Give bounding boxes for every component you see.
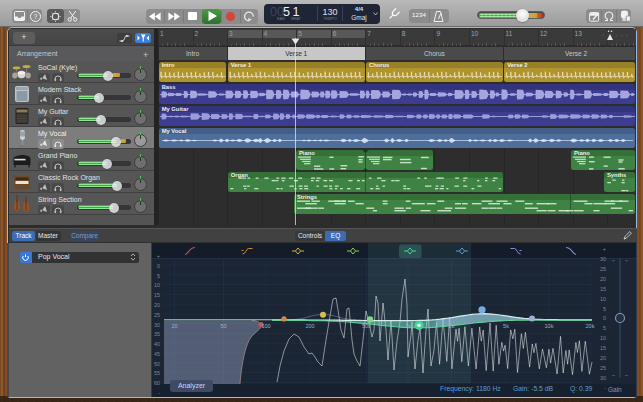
- svg-text:-: -: [158, 390, 160, 396]
- svg-text:35: 35: [154, 331, 160, 337]
- svg-text:60: 60: [154, 380, 160, 386]
- svg-text:+: +: [157, 253, 160, 259]
- svg-text:0: 0: [157, 263, 160, 269]
- svg-text:25: 25: [154, 312, 160, 318]
- svg-text:5k: 5k: [503, 323, 509, 329]
- svg-text:40: 40: [154, 341, 160, 347]
- svg-text:55: 55: [154, 370, 160, 376]
- svg-text:45: 45: [154, 351, 160, 357]
- svg-text:15: 15: [154, 292, 160, 298]
- svg-text:30: 30: [600, 256, 606, 262]
- svg-text:20k: 20k: [586, 323, 595, 329]
- svg-text:30: 30: [600, 375, 606, 381]
- svg-text:50: 50: [220, 323, 226, 329]
- svg-text:+: +: [603, 246, 606, 252]
- svg-text:500: 500: [362, 323, 371, 329]
- svg-text:0: 0: [603, 315, 606, 321]
- svg-text:1k: 1k: [405, 323, 411, 329]
- svg-text:10: 10: [600, 296, 606, 302]
- svg-text:5: 5: [603, 325, 606, 331]
- svg-text:15: 15: [600, 345, 606, 351]
- svg-text:10: 10: [600, 335, 606, 341]
- svg-text:5: 5: [603, 306, 606, 312]
- svg-text:25: 25: [600, 266, 606, 272]
- svg-text:10: 10: [154, 282, 160, 288]
- svg-text:20: 20: [600, 276, 606, 282]
- svg-text:30: 30: [154, 322, 160, 328]
- svg-text:100: 100: [261, 323, 270, 329]
- svg-text:15: 15: [600, 286, 606, 292]
- svg-text:200: 200: [305, 323, 314, 329]
- svg-text:20: 20: [154, 302, 160, 308]
- svg-text:20: 20: [171, 323, 177, 329]
- svg-text:10k: 10k: [545, 323, 554, 329]
- svg-text:50: 50: [154, 361, 160, 367]
- svg-text:5: 5: [157, 273, 160, 279]
- svg-text:25: 25: [600, 365, 606, 371]
- svg-text:2k: 2k: [449, 323, 455, 329]
- svg-text:20: 20: [600, 355, 606, 361]
